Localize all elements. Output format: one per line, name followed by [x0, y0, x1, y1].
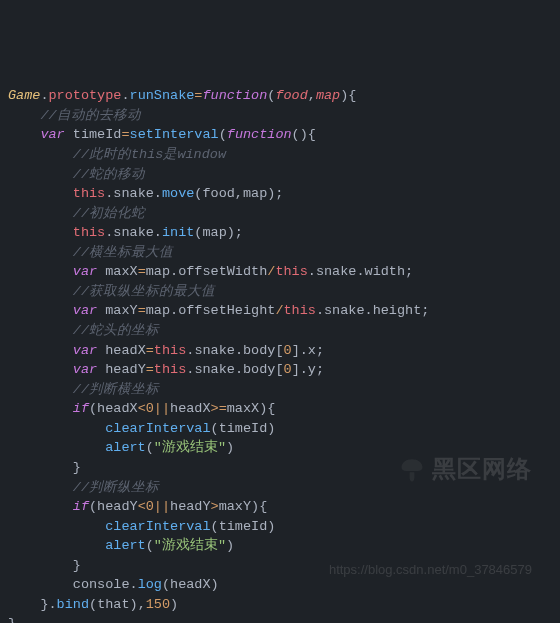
method-runSnake: runSnake: [130, 88, 195, 103]
fn-init: init: [162, 225, 194, 240]
var-maxX: maxX: [105, 264, 137, 279]
fn-clearInterval: clearInterval: [105, 421, 210, 436]
fn-setInterval: setInterval: [130, 127, 219, 142]
class-name: Game: [8, 88, 40, 103]
arg-that: that: [97, 597, 129, 612]
prototype-token: prototype: [49, 88, 122, 103]
keyword-this: this: [73, 186, 105, 201]
number-150: 150: [146, 597, 170, 612]
comment: //判断纵坐标: [73, 480, 159, 495]
var-headY: headY: [105, 362, 146, 377]
keyword-function: function: [202, 88, 267, 103]
code-block: Game.prototype.runSnake=function(food,ma…: [8, 86, 552, 623]
var-headX: headX: [105, 343, 146, 358]
fn-move: move: [162, 186, 194, 201]
keyword-var: var: [40, 127, 64, 142]
param-food: food: [275, 88, 307, 103]
comment: //蛇头的坐标: [73, 323, 159, 338]
comment: //横坐标最大值: [73, 245, 173, 260]
comment: //此时的this是window: [73, 147, 226, 162]
comment: //自动的去移动: [40, 108, 140, 123]
obj-console: console: [73, 577, 130, 592]
keyword-if: if: [73, 401, 89, 416]
comment: //判断横坐标: [73, 382, 159, 397]
number-zero: 0: [284, 343, 292, 358]
var-maxY: maxY: [105, 303, 137, 318]
comment: //获取纵坐标的最大值: [73, 284, 215, 299]
comment: //初始化蛇: [73, 206, 145, 221]
param-map: map: [316, 88, 340, 103]
fn-alert: alert: [105, 440, 146, 455]
comment: //蛇的移动: [73, 167, 145, 182]
fn-log: log: [138, 577, 162, 592]
fn-bind: bind: [57, 597, 89, 612]
string-gameover: "游戏结束": [154, 440, 226, 455]
